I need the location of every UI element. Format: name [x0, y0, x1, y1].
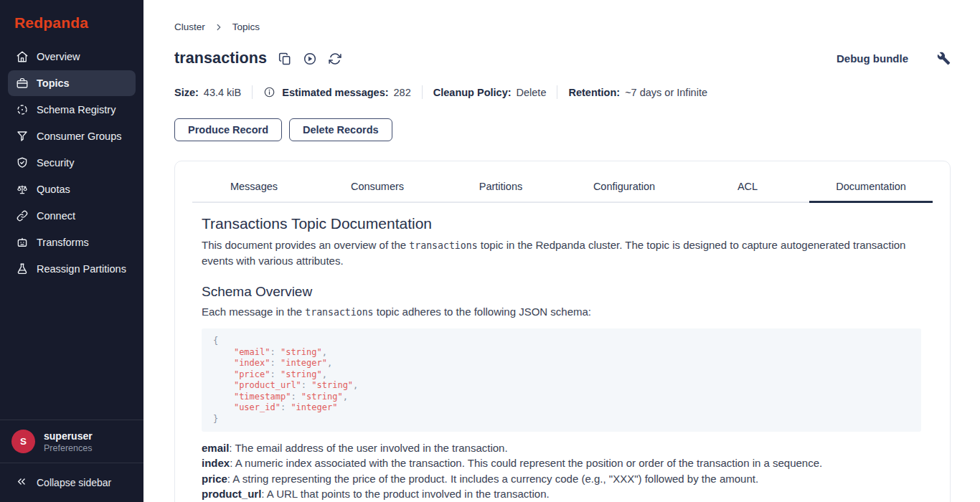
sidebar-spacer: [0, 283, 143, 420]
tab-consumers[interactable]: Consumers: [316, 170, 439, 203]
page-title: transactions: [174, 49, 267, 67]
field-description-index: index: A numeric index associated with t…: [202, 455, 921, 470]
inline-code: transactions: [409, 240, 477, 251]
json-schema-codeblock: { "email": "string", "index": "integer",…: [202, 328, 921, 432]
sidebar-item-security[interactable]: Security: [8, 150, 136, 176]
shield-icon: [16, 156, 29, 169]
stat-divider: [422, 85, 423, 99]
field-descriptions: email: The email address of the user inv…: [202, 440, 921, 502]
tab-acl[interactable]: ACL: [686, 170, 809, 203]
wrench-icon[interactable]: [937, 52, 951, 65]
link-icon: [16, 209, 29, 222]
preferences-link[interactable]: Preferences: [44, 443, 93, 453]
sidebar-item-topics[interactable]: Topics: [8, 70, 136, 96]
user-section[interactable]: S superuser Preferences: [0, 420, 143, 463]
sidebar: Redpanda OverviewTopicsSchema RegistryCo…: [0, 0, 143, 502]
stat-retention: Retention:~7 days or Infinite: [568, 87, 707, 98]
title-row: transactions Debug bundle: [174, 49, 951, 67]
action-buttons: Produce Record Delete Records: [174, 118, 951, 141]
stats-row: Size:43.4 kiBEstimated messages:282Clean…: [174, 85, 951, 99]
field-description-price: price: A string representing the price o…: [202, 471, 921, 486]
tab-partitions[interactable]: Partitions: [439, 170, 562, 203]
stat-value: Delete: [517, 87, 547, 98]
collapse-sidebar-button[interactable]: Collapse sidebar: [0, 463, 143, 502]
refresh-icon[interactable]: [328, 52, 342, 66]
sidebar-item-label: Schema Registry: [37, 104, 116, 115]
tab-messages[interactable]: Messages: [192, 170, 316, 203]
field-description-email: email: The email address of the user inv…: [202, 440, 921, 455]
flask-icon: [16, 262, 29, 275]
chevron-right-icon: [214, 22, 224, 32]
code-line: "product_url": "string",: [213, 380, 910, 392]
tab-strip: MessagesConsumersPartitionsConfiguration…: [192, 170, 933, 203]
robot-icon: [16, 236, 29, 249]
avatar: S: [11, 430, 35, 453]
code-line: {: [213, 336, 910, 347]
collapse-sidebar-label: Collapse sidebar: [37, 477, 111, 488]
inline-code: transactions: [305, 307, 373, 318]
documentation-panel: Transactions Topic Documentation This do…: [175, 203, 950, 502]
breadcrumb: Cluster Topics: [174, 22, 951, 32]
sidebar-item-reassign-partitions[interactable]: Reassign Partitions: [8, 256, 136, 282]
schema-overview-heading: Schema Overview: [202, 284, 921, 300]
title-right: Debug bundle: [837, 52, 951, 65]
delete-records-button[interactable]: Delete Records: [289, 118, 392, 141]
sidebar-item-label: Topics: [37, 77, 70, 89]
schema-icon: [16, 103, 29, 116]
stat-value: ~7 days or Infinite: [625, 87, 707, 98]
stat-divider: [557, 85, 557, 99]
stat-estimated-messages: Estimated messages:282: [263, 86, 411, 98]
sidebar-item-label: Overview: [37, 51, 80, 62]
doc-intro: This document provides an overview of th…: [202, 237, 921, 268]
stat-label: Size:: [174, 87, 199, 98]
stat-cleanup-policy: Cleanup Policy:Delete: [433, 87, 547, 98]
sidebar-item-label: Consumer Groups: [37, 131, 121, 142]
title-icons: [278, 52, 342, 66]
code-line: "index": "integer",: [213, 358, 910, 369]
tab-documentation[interactable]: Documentation: [809, 170, 933, 203]
sidebar-item-consumer-groups[interactable]: Consumer Groups: [8, 123, 136, 149]
breadcrumb-cluster[interactable]: Cluster: [174, 22, 205, 32]
scales-icon: [16, 183, 29, 196]
code-line: "user_id": "integer": [213, 402, 910, 414]
topics-icon: [16, 77, 29, 90]
code-line: }: [213, 414, 910, 425]
stat-label: Retention:: [568, 87, 620, 98]
double-chevron-left-icon: [15, 475, 27, 490]
user-name: superuser: [44, 430, 93, 442]
sidebar-item-label: Reassign Partitions: [37, 263, 126, 275]
home-icon: [16, 50, 29, 63]
info-icon[interactable]: [263, 86, 275, 98]
sidebar-item-schema-registry[interactable]: Schema Registry: [8, 97, 136, 123]
stat-size: Size:43.4 kiB: [174, 87, 241, 98]
schema-intro: Each message in the transactions topic a…: [202, 304, 921, 320]
field-description-product_url: product_url: A URL that points to the pr…: [202, 486, 921, 501]
breadcrumb-topics[interactable]: Topics: [232, 22, 260, 32]
code-line: "email": "string",: [213, 347, 910, 359]
stat-label: Cleanup Policy:: [433, 87, 512, 98]
sidebar-item-overview[interactable]: Overview: [8, 44, 136, 70]
stat-value: 43.4 kiB: [204, 87, 241, 98]
stat-label: Estimated messages:: [282, 87, 388, 98]
stat-value: 282: [394, 87, 411, 98]
debug-bundle-link[interactable]: Debug bundle: [837, 52, 908, 65]
play-circle-icon[interactable]: [303, 52, 317, 66]
sidebar-item-connect[interactable]: Connect: [8, 203, 136, 229]
redpanda-logo: Redpanda: [0, 0, 143, 44]
app-window: Redpanda OverviewTopicsSchema RegistryCo…: [0, 0, 980, 502]
sidebar-item-label: Transforms: [37, 237, 89, 248]
sidebar-item-label: Quotas: [37, 184, 70, 195]
sidebar-nav: OverviewTopicsSchema RegistryConsumer Gr…: [0, 44, 143, 283]
code-line: "price": "string",: [213, 369, 910, 381]
sidebar-item-transforms[interactable]: Transforms: [8, 229, 136, 255]
stat-divider: [252, 85, 253, 99]
copy-icon[interactable]: [278, 52, 292, 66]
sidebar-item-label: Security: [37, 157, 74, 169]
topic-detail-card: MessagesConsumersPartitionsConfiguration…: [174, 161, 951, 502]
tab-configuration[interactable]: Configuration: [562, 170, 686, 203]
user-info: superuser Preferences: [44, 430, 93, 453]
sidebar-item-quotas[interactable]: Quotas: [8, 176, 136, 202]
produce-record-button[interactable]: Produce Record: [174, 118, 282, 141]
main-content: Cluster Topics transactions Debug bundle…: [143, 0, 980, 502]
doc-title: Transactions Topic Documentation: [202, 214, 921, 233]
